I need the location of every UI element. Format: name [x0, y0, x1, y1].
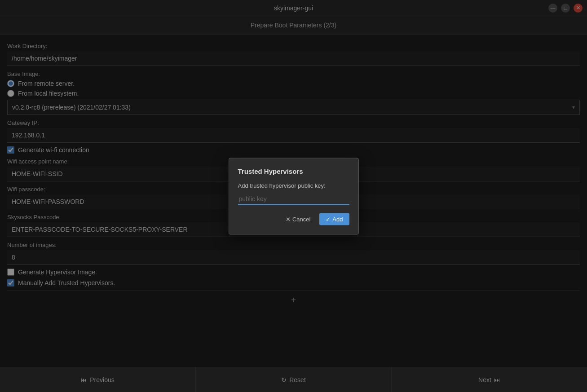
cancel-icon: ✕ — [286, 216, 291, 222]
checkmark-icon: ✓ — [326, 216, 331, 222]
trusted-hypervisors-dialog: Trusted Hypervisors Add trusted hypervis… — [229, 158, 359, 234]
public-key-input[interactable] — [238, 193, 349, 205]
cancel-button[interactable]: ✕ Cancel — [281, 213, 315, 225]
add-label: Add — [332, 216, 343, 222]
dialog-title: Trusted Hypervisors — [238, 167, 349, 175]
add-button[interactable]: ✓ Add — [319, 213, 349, 225]
dialog-label: Add trusted hypervisor public key: — [238, 182, 349, 189]
dialog-buttons: ✕ Cancel ✓ Add — [238, 213, 349, 225]
cancel-label: Cancel — [292, 216, 310, 222]
